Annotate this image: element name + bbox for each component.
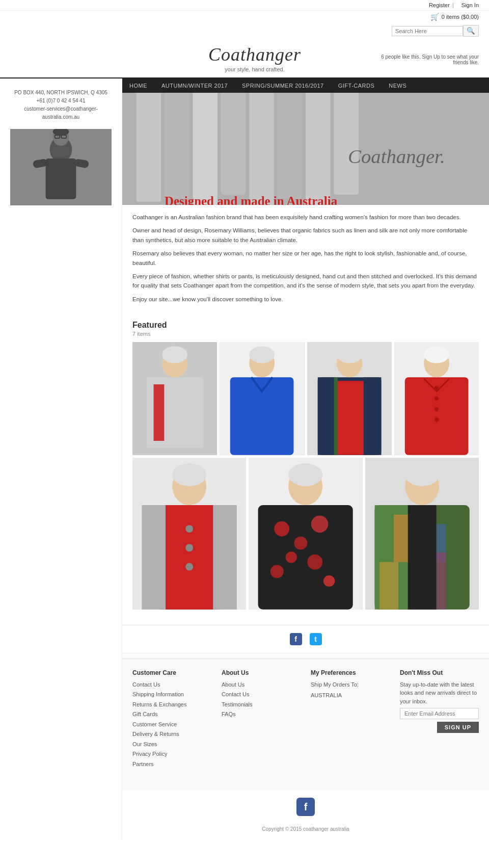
top-bar: Register | Sign In: [0, 0, 489, 11]
footer-returns-exchanges[interactable]: Returns & Exchanges: [132, 700, 211, 709]
footer-customer-care: Customer Care Contact Us Shipping Inform…: [132, 669, 211, 770]
svg-rect-79: [408, 505, 436, 610]
product-item-3[interactable]: [307, 342, 392, 455]
svg-point-67: [308, 555, 323, 570]
nav-news[interactable]: NEWS: [382, 78, 414, 93]
product-item-7[interactable]: [365, 458, 479, 610]
main-layout: PO BOX 440, NORTH IPSWICH, Q 4305 +61 (0…: [0, 78, 489, 839]
svg-point-63: [275, 521, 290, 536]
svg-point-60: [172, 463, 206, 486]
svg-point-64: [294, 536, 308, 549]
svg-rect-32: [230, 377, 294, 455]
featured-section: Featured 7 items: [122, 315, 489, 619]
hero-banner: Coathanger. Designed and made in Austral…: [122, 93, 489, 205]
nav-gift-cards[interactable]: GIFT-CARDS: [331, 78, 382, 93]
svg-rect-13: [193, 93, 217, 205]
product-item-6[interactable]: [249, 458, 362, 610]
twitter-icon[interactable]: t: [310, 633, 322, 645]
footer-contact-link[interactable]: Contact Us: [222, 690, 301, 699]
about-para1: Coathanger is an Australian fashion bran…: [132, 213, 479, 222]
ship-country: AUSTRALIA: [311, 691, 390, 700]
footer-shipping[interactable]: Shipping Information: [132, 690, 211, 699]
signin-link[interactable]: Sign In: [461, 2, 479, 8]
facebook-icon[interactable]: f: [290, 633, 302, 645]
svg-rect-62: [258, 505, 353, 610]
nav-home[interactable]: HOME: [122, 78, 154, 93]
footer-delivery-returns[interactable]: Delivery & Returns: [132, 730, 211, 739]
register-link[interactable]: Register: [429, 2, 450, 8]
sidebar-photo-svg: [10, 129, 112, 205]
svg-point-69: [323, 575, 335, 587]
svg-point-58: [185, 563, 193, 570]
cart-label[interactable]: 0 items ($0.00): [442, 14, 479, 20]
product-item-1[interactable]: [132, 342, 217, 455]
search-bar: 🔍: [0, 23, 489, 39]
footer: Customer Care Contact Us Shipping Inform…: [122, 659, 489, 791]
svg-point-81: [405, 463, 439, 486]
search-input[interactable]: [392, 26, 463, 36]
svg-point-68: [270, 565, 284, 578]
tagline: your style, hand crafted.: [132, 66, 377, 72]
svg-rect-78: [379, 562, 398, 609]
logo-area: Coathanger your style, hand crafted.: [132, 44, 377, 72]
svg-point-42: [337, 346, 362, 363]
sidebar-address: PO BOX 440, NORTH IPSWICH, Q 4305 +61 (0…: [10, 89, 112, 121]
footer-our-sizes[interactable]: Our Sizes: [132, 740, 211, 749]
ship-to-label: Ship My Orders To:: [311, 680, 390, 689]
svg-rect-55: [213, 505, 237, 610]
svg-rect-16: [278, 93, 302, 198]
nav-spring-summer[interactable]: SPRING/SUMMER 2016/2017: [235, 78, 331, 93]
product-item-4[interactable]: [394, 342, 479, 455]
sidebar: PO BOX 440, NORTH IPSWICH, Q 4305 +61 (0…: [0, 78, 122, 839]
footer-newsletter: Don't Miss Out Stay up-to-date with the …: [400, 669, 479, 770]
divider: |: [452, 2, 454, 8]
svg-rect-38: [317, 377, 335, 455]
svg-point-50: [424, 346, 449, 363]
about-section: Coathanger is an Australian fashion bran…: [122, 205, 489, 315]
svg-rect-54: [142, 505, 166, 610]
search-button[interactable]: 🔍: [463, 25, 479, 37]
footer-customer-service[interactable]: Customer Service: [132, 720, 211, 729]
svg-rect-12: [165, 93, 189, 198]
footer-privacy-policy[interactable]: Privacy Policy: [132, 750, 211, 758]
footer-faqs[interactable]: FAQs: [222, 710, 301, 719]
bottom-facebook-icon[interactable]: f: [296, 798, 315, 816]
svg-rect-40: [334, 377, 337, 455]
footer-about-us-link[interactable]: About Us: [222, 680, 301, 689]
cart-icon: 🛒: [430, 13, 439, 21]
newsletter-email-input[interactable]: [400, 708, 479, 719]
nav-bar: HOME AUTUMN/WINTER 2017 SPRING/SUMMER 20…: [122, 78, 489, 93]
product-grid-row1: [132, 342, 479, 455]
signup-button[interactable]: SIGN UP: [437, 722, 479, 733]
address-line1: PO BOX 440, NORTH IPSWICH, Q 4305: [10, 89, 112, 97]
svg-rect-15: [249, 93, 274, 205]
about-us-title: About Us: [222, 669, 301, 676]
product-item-2[interactable]: [220, 342, 304, 455]
svg-rect-28: [154, 384, 165, 441]
svg-rect-39: [363, 377, 381, 455]
product-item-5[interactable]: [132, 458, 246, 610]
svg-rect-18: [334, 93, 358, 195]
svg-point-66: [286, 551, 297, 563]
svg-rect-6: [46, 159, 76, 199]
about-para3: Rosemary also believes that every woman,…: [132, 249, 479, 268]
svg-text:Designed and made in Australia: Designed and made in Australia: [165, 194, 338, 205]
svg-point-46: [434, 397, 439, 401]
nav-autumn-winter[interactable]: AUTUMN/WINTER 2017: [154, 78, 235, 93]
footer-partners[interactable]: Partners: [132, 760, 211, 769]
logo: Coathanger: [132, 44, 377, 65]
about-para5: Enjoy our site...we know you'll discover…: [132, 295, 479, 304]
svg-rect-14: [221, 93, 246, 195]
about-para4: Every piece of fashion, whether shirts o…: [132, 272, 479, 291]
address-line2: +61 (0)7 0 42 4 54 41: [10, 97, 112, 105]
footer-contact-us[interactable]: Contact Us: [132, 680, 211, 689]
sidebar-photo: [10, 129, 112, 205]
cart-bar: 🛒 0 items ($0.00): [0, 11, 489, 23]
svg-point-56: [185, 525, 193, 533]
copyright: Copyright © 2015 coathanger australia: [122, 824, 489, 839]
svg-rect-11: [137, 93, 161, 202]
svg-point-65: [311, 515, 328, 532]
footer-gift-cards[interactable]: Gift Cards: [132, 710, 211, 719]
product-grid-row2: [132, 458, 479, 610]
footer-testimonials[interactable]: Testimonials: [222, 700, 301, 709]
